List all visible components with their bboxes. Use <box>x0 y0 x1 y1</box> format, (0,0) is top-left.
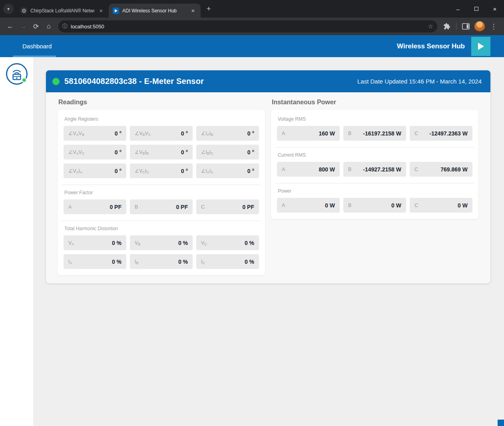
current-rms-grid: A800 WB-14927.2158 WC769.869 W <box>277 162 472 177</box>
bookmark-star-icon[interactable]: ☆ <box>428 23 433 30</box>
pill-label: IB <box>135 259 139 265</box>
window-controls: – × <box>449 0 504 18</box>
back-button[interactable]: ← <box>4 20 17 33</box>
profile-avatar[interactable] <box>474 21 485 32</box>
tab-adi-hub[interactable]: ADI Wireless Sensor Hub × <box>109 4 201 18</box>
power-factor-label: Power Factor <box>64 190 259 195</box>
pill-value: 0 ° <box>181 149 188 155</box>
address-text[interactable]: localhost:5050 <box>71 24 428 30</box>
reading-pill: A0 PF <box>64 199 126 214</box>
chirpstack-favicon-icon <box>21 8 27 14</box>
pill-label: ∠IAIC <box>201 168 213 174</box>
pill-label: B <box>348 203 351 208</box>
nav-dashboard-label: Dashboard <box>22 43 52 50</box>
pill-value: 0 % <box>178 259 188 265</box>
adi-logo-icon <box>471 37 490 56</box>
reading-pill: VB0 % <box>130 235 193 250</box>
maximize-button[interactable] <box>467 0 486 18</box>
site-info-icon[interactable]: ⓘ <box>62 23 68 30</box>
pill-label: ∠IBIC <box>201 149 213 155</box>
maximize-icon <box>474 7 478 11</box>
last-updated-text: Last Date Updated 15:46 PM - March 14, 2… <box>357 78 482 85</box>
pill-label: IA <box>68 259 72 265</box>
power-label: Power <box>278 188 472 194</box>
browser-menu-button[interactable]: ⋮ <box>487 20 500 33</box>
reading-pill: B-14927.2158 W <box>343 162 406 177</box>
pill-label: A <box>282 167 285 172</box>
pill-value: 0 W <box>325 202 335 209</box>
pill-value: 0 W <box>458 202 468 209</box>
address-bar[interactable]: ⓘ localhost:5050 ☆ <box>58 20 437 32</box>
forward-button[interactable]: → <box>17 20 30 33</box>
pill-value: 0 ° <box>115 149 122 155</box>
readings-section: Readings Angle Registers ∠VAVB0 °∠VBVC0 … <box>58 99 265 275</box>
device-online-dot <box>22 78 27 83</box>
pill-value: 0 W <box>391 202 401 209</box>
sidebar-item-emeter-device[interactable] <box>6 63 28 85</box>
instantaneous-power-heading: Instantaneous Power <box>272 99 478 106</box>
pill-value: 0 ° <box>181 130 188 137</box>
pill-value: 0 PF <box>242 204 254 210</box>
pill-label: VC <box>201 240 207 246</box>
device-card-header: 5810604082803c38 - E-Meter Sensor Last D… <box>46 70 490 92</box>
reading-pill: ∠VBVC0 ° <box>130 126 193 141</box>
new-tab-button[interactable]: + <box>203 3 214 14</box>
active-tab-underline <box>13 56 56 57</box>
reading-pill: C0 PF <box>196 199 259 214</box>
voltage-rms-grid: A160 WB-16197.2158 WC-12497.2363 W <box>277 126 472 141</box>
side-panel-button[interactable] <box>459 20 472 33</box>
pill-value: -14927.2158 W <box>363 166 401 173</box>
status-dot <box>52 78 60 85</box>
angle-registers-label: Angle Registers <box>64 116 259 122</box>
reading-pill: IB0 % <box>130 254 193 269</box>
pill-label: B <box>348 167 351 172</box>
extensions-button[interactable] <box>440 20 453 33</box>
pill-value: 800 W <box>319 166 335 173</box>
reading-pill: B0 PF <box>130 199 193 214</box>
pill-value: 0 ° <box>247 168 254 174</box>
reading-pill: ∠VAVC0 ° <box>64 145 126 159</box>
pill-label: ∠VAIA <box>68 168 82 174</box>
app-header: Dashboard Wireless Sensor Hub <box>0 35 504 57</box>
device-sidebar <box>0 57 33 426</box>
pill-label: B <box>135 204 138 210</box>
nav-dashboard[interactable]: Dashboard <box>18 35 56 57</box>
tab-title: ADI Wireless Sensor Hub <box>122 8 186 14</box>
home-button[interactable]: ⌂ <box>42 20 55 33</box>
minimize-button[interactable]: – <box>449 0 467 18</box>
pill-label: A <box>282 203 285 208</box>
puzzle-icon <box>443 23 450 30</box>
pill-value: -16197.2158 W <box>363 130 401 137</box>
tab-chirpstack[interactable]: ChirpStack LoRaWAN® Network × <box>17 4 109 18</box>
reading-pill: B-16197.2158 W <box>343 126 406 141</box>
reading-pill: C0 W <box>410 198 472 213</box>
thd-label: Total Harmonic Distortion <box>64 226 259 231</box>
reading-pill: C769.869 W <box>410 162 472 177</box>
reading-pill: ∠VAVB0 ° <box>64 126 126 141</box>
pill-value: 0 PF <box>110 204 122 210</box>
readings-card: Angle Registers ∠VAVB0 °∠VBVC0 °∠IAIB0 °… <box>58 110 265 275</box>
pill-label: ∠VAVB <box>68 130 84 136</box>
reload-button[interactable]: ⟳ <box>30 20 42 33</box>
pill-value: 0 % <box>112 259 122 265</box>
reading-pill: ∠VAIA0 ° <box>64 163 126 178</box>
corner-accent <box>498 420 504 426</box>
tab-close-icon[interactable]: × <box>98 7 105 14</box>
power-factor-grid: A0 PFB0 PFC0 PF <box>64 199 259 214</box>
close-button[interactable]: × <box>486 0 504 18</box>
pill-value: 0 ° <box>115 168 122 174</box>
reading-pill: ∠IAIC0 ° <box>196 163 259 178</box>
pill-label: ∠VCIC <box>135 168 149 174</box>
tab-close-icon[interactable]: × <box>189 7 197 14</box>
pill-value: 0 ° <box>115 130 122 137</box>
app-title: Wireless Sensor Hub <box>397 42 465 50</box>
pill-value: 0 ° <box>247 149 254 155</box>
pill-value: 0 ° <box>181 168 188 174</box>
tab-search-button[interactable]: ▾ <box>3 4 14 14</box>
pill-label: ∠VBVC <box>135 130 151 136</box>
reading-pill: IC0 % <box>196 254 259 269</box>
instantaneous-power-section: Instantaneous Power Voltage RMS A160 WB-… <box>271 99 478 219</box>
pill-label: ∠IAIB <box>201 130 213 136</box>
pill-label: VA <box>68 240 74 246</box>
pill-value: 0 PF <box>176 204 188 210</box>
